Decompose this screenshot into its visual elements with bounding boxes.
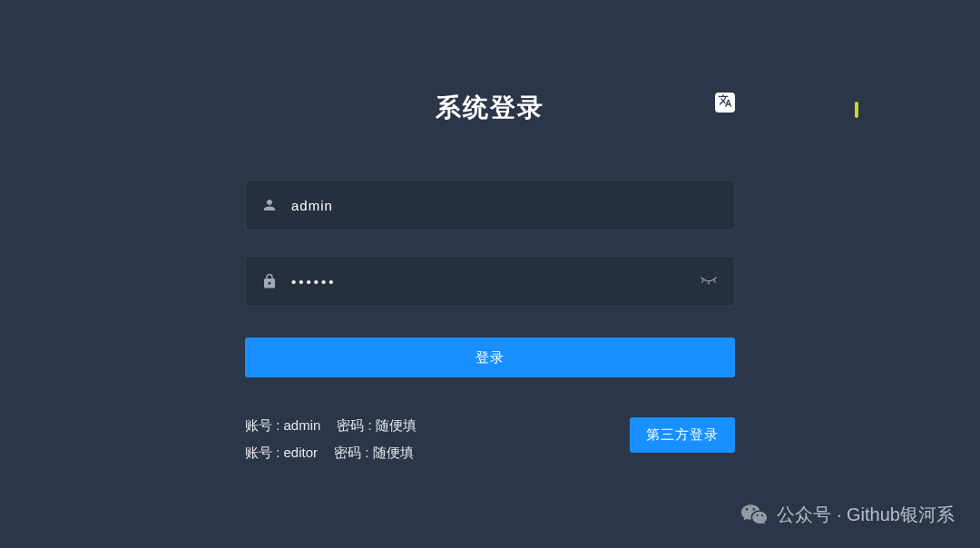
password-input[interactable] bbox=[279, 274, 698, 289]
watermark-text: 公众号 · Github银河系 bbox=[777, 503, 955, 527]
hint-account-2: 账号 : editor bbox=[245, 439, 318, 466]
translate-icon bbox=[718, 93, 732, 112]
language-switch-button[interactable] bbox=[715, 93, 735, 113]
login-hints: 账号 : admin 密码 : 随便填 账号 : editor 密码 : 随便填 bbox=[245, 412, 416, 466]
eye-closed-icon bbox=[700, 273, 718, 289]
hint-password-1: 密码 : 随便填 bbox=[337, 412, 416, 439]
svg-line-2 bbox=[714, 280, 716, 283]
bottom-row: 账号 : admin 密码 : 随便填 账号 : editor 密码 : 随便填… bbox=[245, 412, 735, 466]
svg-line-0 bbox=[702, 280, 704, 283]
hint-line-2: 账号 : editor 密码 : 随便填 bbox=[245, 439, 416, 466]
password-field-wrap bbox=[245, 256, 735, 307]
wechat-icon bbox=[740, 501, 768, 528]
decorative-marker bbox=[855, 102, 858, 118]
login-form: 系统登录 登录 账号 : admin 密码 : 随便填 bbox=[245, 0, 735, 466]
page-title: 系统登录 bbox=[436, 91, 544, 125]
username-field-wrap bbox=[245, 180, 735, 230]
watermark: 公众号 · Github银河系 bbox=[740, 501, 955, 528]
header-row: 系统登录 bbox=[245, 91, 735, 125]
hint-password-2: 密码 : 随便填 bbox=[334, 439, 414, 466]
hint-line-1: 账号 : admin 密码 : 随便填 bbox=[245, 412, 416, 439]
toggle-password-visibility-button[interactable] bbox=[698, 270, 720, 292]
third-party-login-button[interactable]: 第三方登录 bbox=[630, 417, 735, 453]
login-button[interactable]: 登录 bbox=[245, 338, 735, 377]
hint-account-1: 账号 : admin bbox=[245, 412, 320, 439]
username-input[interactable] bbox=[279, 198, 720, 213]
lock-icon bbox=[260, 272, 279, 290]
user-icon bbox=[260, 196, 279, 214]
